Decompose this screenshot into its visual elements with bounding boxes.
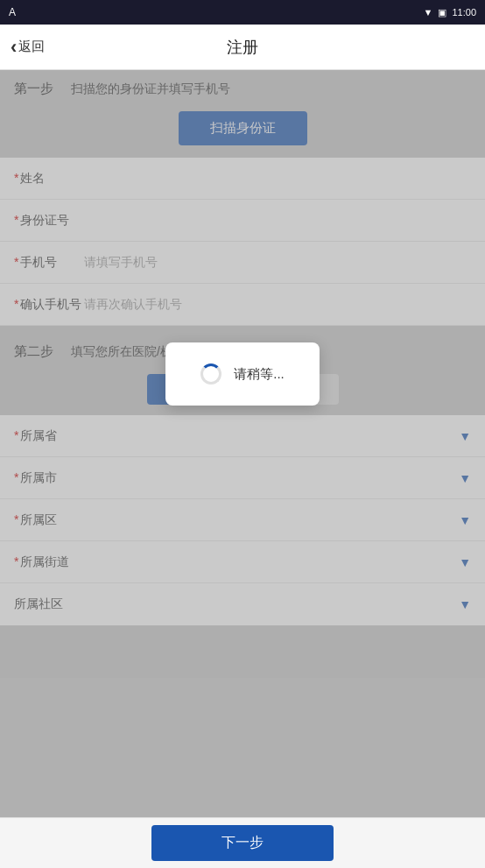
spinner-icon <box>200 363 221 385</box>
main-content: 第一步 扫描您的身份证并填写手机号 扫描身份证 姓名 身份证号 手机号 请填写手… <box>0 70 485 678</box>
signal-icon: ▣ <box>438 7 446 18</box>
back-icon <box>11 36 18 59</box>
page-title: 注册 <box>227 37 258 58</box>
time-display: 11:00 <box>452 7 476 18</box>
loading-text: 请稍等... <box>234 366 285 383</box>
loading-card: 请稍等... <box>165 342 320 406</box>
back-button[interactable]: 返回 <box>11 36 45 59</box>
loading-overlay: 请稍等... <box>0 70 485 678</box>
back-label: 返回 <box>18 39 45 55</box>
bottom-bar: 下一步 <box>0 817 485 868</box>
next-button[interactable]: 下一步 <box>151 825 334 861</box>
wifi-icon: ▼ <box>424 7 433 18</box>
header: 返回 注册 <box>0 25 485 70</box>
status-bar: A ▼ ▣ 11:00 <box>0 0 485 25</box>
app-indicator: A <box>9 6 16 18</box>
